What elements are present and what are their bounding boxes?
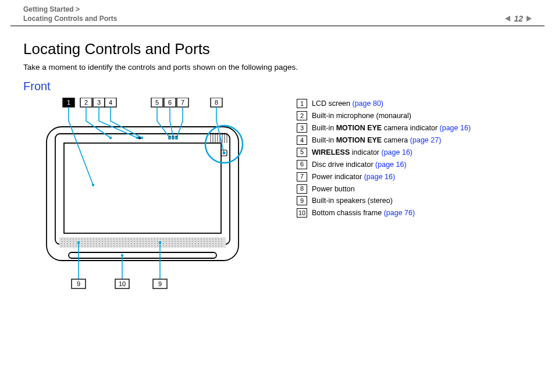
next-page-icon[interactable]: [526, 16, 532, 22]
callout-number: 8: [215, 99, 218, 106]
svg-point-79: [90, 241, 91, 242]
svg-point-24: [93, 238, 94, 240]
svg-point-137: [96, 243, 97, 244]
svg-point-145: [119, 243, 120, 244]
svg-point-150: [134, 243, 135, 244]
svg-point-90: [122, 241, 123, 242]
svg-point-69: [61, 241, 62, 242]
svg-point-179: [218, 243, 219, 244]
svg-point-226: [192, 245, 193, 247]
svg-point-31: [113, 238, 115, 240]
svg-point-178: [215, 243, 216, 244]
svg-point-73: [73, 241, 74, 242]
svg-point-220: [175, 245, 176, 247]
svg-point-256: [141, 137, 143, 139]
svg-point-181: [61, 245, 62, 247]
svg-point-92: [128, 241, 129, 242]
svg-point-151: [137, 243, 138, 244]
svg-point-46: [157, 238, 158, 240]
svg-point-89: [119, 241, 120, 242]
svg-point-48: [163, 238, 164, 240]
legend-number-box: 2: [297, 111, 307, 120]
page-ref-link[interactable]: (page 16): [382, 148, 413, 156]
svg-point-193: [96, 245, 97, 247]
svg-point-158: [157, 243, 158, 244]
legend-list: 1LCD screen (page 80)2Built-in microphon…: [297, 99, 471, 288]
legend-number-box: 9: [297, 196, 307, 205]
svg-point-177: [212, 243, 214, 244]
svg-point-229: [201, 245, 202, 247]
breadcrumb-line-1: Getting Started >: [23, 5, 117, 14]
svg-point-18: [76, 238, 77, 240]
svg-point-117: [201, 241, 202, 242]
svg-point-121: [212, 241, 214, 242]
svg-point-233: [212, 245, 214, 247]
svg-point-127: [67, 243, 68, 244]
svg-point-163: [172, 243, 173, 244]
page-ref-link[interactable]: (page 16): [440, 124, 471, 132]
prev-page-icon[interactable]: [505, 16, 510, 22]
svg-point-96: [140, 241, 141, 242]
svg-point-234: [215, 245, 216, 247]
svg-point-174: [204, 243, 205, 244]
svg-point-211: [148, 245, 150, 247]
svg-point-50: [169, 238, 170, 240]
page-ref-link[interactable]: (page 16): [375, 161, 407, 169]
callout-number: 9: [158, 280, 162, 287]
svg-point-95: [137, 241, 138, 242]
svg-point-204: [128, 245, 129, 247]
svg-point-224: [186, 245, 187, 247]
svg-point-25: [96, 238, 97, 240]
page-header: Getting Started > Locating Controls and …: [0, 0, 555, 26]
legend-bold: MOTION EYE: [336, 124, 382, 132]
svg-point-214: [157, 245, 158, 247]
svg-point-49: [166, 238, 167, 240]
page-title: Locating Controls and Ports: [23, 40, 555, 58]
svg-point-222: [180, 245, 182, 247]
svg-point-34: [122, 238, 123, 240]
svg-point-82: [99, 241, 100, 242]
svg-point-54: [180, 238, 182, 240]
svg-point-119: [207, 241, 208, 242]
svg-point-258: [172, 137, 175, 139]
svg-point-171: [195, 243, 196, 244]
svg-point-71: [67, 241, 68, 242]
svg-point-196: [105, 245, 106, 247]
svg-point-152: [140, 243, 141, 244]
svg-point-235: [218, 245, 219, 247]
page-ref-link[interactable]: (page 16): [364, 173, 396, 181]
svg-point-93: [131, 241, 132, 242]
page-ref-link[interactable]: (page 27): [410, 136, 442, 144]
svg-point-161: [166, 243, 167, 244]
svg-point-23: [90, 238, 91, 240]
svg-point-157: [154, 243, 155, 244]
svg-point-194: [99, 245, 100, 247]
svg-point-262: [121, 254, 123, 256]
svg-point-14: [64, 238, 65, 240]
svg-point-84: [105, 241, 106, 242]
svg-point-21: [84, 238, 86, 240]
svg-point-51: [172, 238, 173, 240]
svg-point-167: [183, 243, 184, 244]
svg-point-106: [169, 241, 170, 242]
svg-point-20: [81, 238, 83, 240]
legend-number-box: 5: [297, 148, 307, 157]
svg-point-22: [87, 238, 88, 240]
legend-text: WIRELESS indicator (page 16): [312, 148, 412, 158]
legend-item: 7Power indicator (page 16): [297, 172, 471, 182]
svg-point-55: [183, 238, 184, 240]
svg-point-26: [99, 238, 100, 240]
svg-point-126: [64, 243, 65, 244]
svg-point-65: [212, 238, 214, 240]
page-ref-link[interactable]: (page 80): [352, 99, 383, 108]
svg-point-56: [186, 238, 187, 240]
svg-point-197: [108, 245, 109, 247]
svg-point-38: [134, 238, 135, 240]
svg-point-200: [116, 245, 118, 247]
svg-point-259: [176, 137, 178, 139]
page-ref-link[interactable]: (page 76): [384, 209, 415, 217]
svg-point-263: [159, 241, 161, 244]
svg-point-160: [163, 243, 164, 244]
svg-point-107: [172, 241, 173, 242]
breadcrumb-line-2: Locating Controls and Ports: [23, 14, 117, 23]
